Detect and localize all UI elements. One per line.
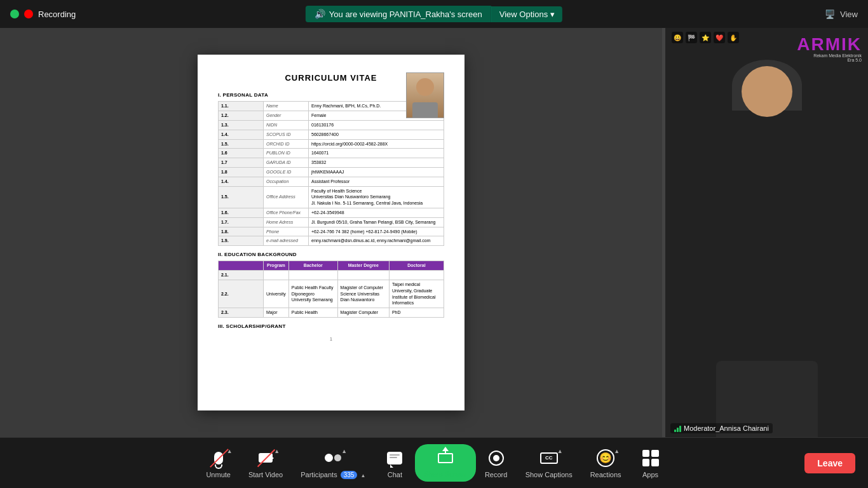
video-icons: 😀 🏁 ⭐ ❤️ ✋ [672,32,739,43]
personal-field-row: 1.5. Office Address Faculty of Health Sc… [219,186,444,208]
show-captions-label: Show Captions [526,471,573,478]
participants-icon-wrap: ▲ [323,448,343,468]
share-screen-label: Share Screen [424,470,466,478]
edu-row: 2.3. Major Public Health Magister Comput… [219,308,444,318]
banner-sub-text: Rekam Media ElektronikEra 5.0 [813,53,862,62]
reactions-button[interactable]: 😊 ▲ Reactions [581,448,630,478]
mic-icon-container [208,448,229,468]
personal-field-row: 1.4. Occupation Assistant Professor [219,177,444,186]
heart-icon-small: ❤️ [714,32,725,43]
record-dot [493,455,499,461]
banner-armik: ARMIK [797,34,862,55]
apps-icon-wrap [641,448,661,468]
personal-field-row: 1.7 GARUDA ID 353832 [219,158,444,168]
cc-icon: CC [540,452,558,464]
share-screen-icon-wrap [435,448,456,468]
apps-cell-3 [642,459,650,466]
personal-field-row: 1.9. e-mail adressed enny.rachmani@dsn.d… [219,236,444,246]
personal-data-table: 1.1. Name Enny Rachmani, BPH, M.Cs, Ph.D… [218,101,444,246]
hand-icon-small: ✋ [728,32,739,43]
bar3 [679,426,681,432]
personal-field-row: 1.4. SCOPUS ID 56028667400 [219,130,444,139]
participants-icon [325,454,341,462]
video-name-label: Moderator_Annisa Chairani [670,423,773,433]
chat-line1 [390,454,400,456]
monitor-icon: 🖥️ [825,10,835,19]
page-number: 1 [218,336,444,342]
personal-field-row: 1.8 GOOGLE ID jhtWKEMAAAAJ [219,167,444,177]
video-arrow: ▲ [274,448,280,454]
show-captions-button[interactable]: CC ▲ Show Captions [517,448,581,478]
apps-cell-4 [651,459,659,466]
emoji-reaction-icon: 😊 [597,449,614,467]
personal-field-row: 1.5. ORCHID ID https://orcid.org/0000-00… [219,139,444,149]
status-dot [10,10,19,18]
edu-row: 2.2. University Public Health Faculty Di… [219,280,444,308]
signal-bars [674,424,681,432]
bottom-toolbar: ▲ Unmute ▲ Start Video ▲ Participants [0,437,868,488]
record-button[interactable]: Record [476,448,517,478]
video-feed: 😀 🏁 ⭐ ❤️ ✋ ARMIK Rekam Media ElektronikE… [665,28,868,437]
share-arrow-group [442,447,449,454]
banner-sub: Rekam Media ElektronikEra 5.0 [813,53,862,62]
emoji-icon-small: 😀 [672,32,683,43]
reactions-icon-wrap: 😊 ▲ [595,448,616,468]
leave-button[interactable]: Leave [804,453,855,473]
sidebar-video: 😀 🏁 ⭐ ❤️ ✋ ARMIK Rekam Media ElektronikE… [665,28,868,437]
apps-grid [642,450,659,466]
participant-head1 [325,454,333,462]
top-bar-left: Recording [10,10,76,19]
share-screen-monitor [438,453,453,463]
chevron-down-icon: ▾ [550,10,555,19]
apps-button[interactable]: Apps [630,448,671,478]
share-screen-button[interactable]: Share Screen [415,444,475,482]
chat-button[interactable]: Chat [374,448,415,478]
record-icon-wrap [486,448,506,468]
unmute-button[interactable]: ▲ Unmute [197,448,240,478]
bar2 [677,428,679,432]
camera-lens [269,455,277,461]
star-icon-small: ⭐ [700,32,711,43]
start-video-button[interactable]: ▲ Start Video [240,448,292,478]
apps-cell-2 [651,450,659,458]
chat-tail [390,464,395,468]
screen-share-banner: 🔊 You are viewing PANITIA_Rakha's screen… [306,6,562,22]
participants-count-badge: 335 [341,471,358,479]
mic-arrow: ▲ [227,448,233,454]
cv-document: CURRICULUM VITAE I. PERSONAL DATA 1.1. N… [198,55,465,410]
flag-icon-small: 🏁 [686,32,697,43]
participants-button[interactable]: ▲ Participants 335 ▲ [292,448,374,478]
participant-head2 [334,454,341,461]
reactions-label: Reactions [590,471,621,478]
document-viewer: CURRICULUM VITAE I. PERSONAL DATA 1.1. N… [0,28,662,437]
edu-row: 2.1. [219,271,444,280]
chat-line2 [390,457,397,458]
participants-arrow: ▲ [341,448,347,454]
personal-field-row: 1.6 PUBLON ID 1640071 [219,149,444,158]
apps-cell-1 [642,450,650,458]
start-video-icon-wrap: ▲ [255,448,276,468]
unmute-icon-wrap: ▲ [208,448,229,468]
education-table: Program Bachelor Master Degree Doctoral … [218,261,444,318]
recording-dot [24,10,33,18]
section-education: II. EDUCATION BACKGROUND [218,251,444,258]
personal-field-row: 1.6. Office Phone/Fax +62-24-3549948 [219,208,444,217]
mic-stand [215,464,222,469]
record-label: Record [485,471,507,478]
sound-icon: 🔊 [315,9,325,19]
record-circle [489,451,504,466]
share-stem [445,451,446,454]
chat-label: Chat [388,471,402,478]
participant-name: Moderator_Annisa Chairani [684,424,769,432]
top-bar-right[interactable]: 🖥️ View [825,10,858,19]
view-options-button[interactable]: View Options ▾ [491,6,562,22]
personal-field-row: 1.7. Home Adress Jl. Burgundi 05/10, Gra… [219,217,444,227]
participants-caret: ▲ [360,473,365,478]
camera-icon-container [255,448,276,468]
apps-label: Apps [642,471,658,478]
participants-label: Participants 335 ▲ [301,471,365,478]
screen-banner-text: 🔊 You are viewing PANITIA_Rakha's screen [306,6,491,22]
personal-field-row: 1.3. NIDN 016130176 [219,120,444,130]
captions-icon-wrap: CC ▲ [539,448,559,468]
top-bar: Recording 🔊 You are viewing PANITIA_Rakh… [0,0,868,28]
